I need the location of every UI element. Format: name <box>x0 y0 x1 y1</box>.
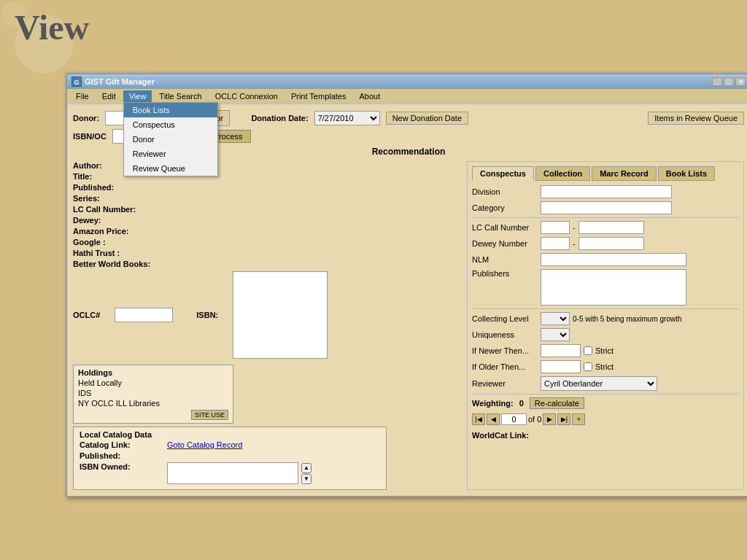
tab-conspectus[interactable]: Conspectus <box>472 166 534 181</box>
tab-book-lists[interactable]: Book Lists <box>658 166 715 181</box>
nav-next-button[interactable]: ▶ <box>543 413 556 425</box>
collecting-level-hint: 0-5 with 5 being maximum growth <box>573 315 682 323</box>
dropdown-booklists[interactable]: Book Lists <box>124 103 217 117</box>
title-bar: G GIST Gift Manager _ □ ✕ <box>67 74 747 89</box>
if-older-strict-label: Strict <box>595 362 614 371</box>
if-older-input[interactable] <box>541 360 581 373</box>
isbn-label: ISBN: <box>196 311 218 319</box>
menu-view[interactable]: View Book Lists Conspectus Donor Reviewe… <box>123 90 152 102</box>
division-input[interactable] <box>541 185 672 198</box>
google-label: Google : <box>73 238 160 246</box>
held-locally: Held Locally <box>78 378 228 387</box>
tab-marc-record[interactable]: Marc Record <box>592 166 657 181</box>
worldcat-row: WorldCat Link: <box>472 431 739 440</box>
dewey-input2[interactable] <box>578 237 644 250</box>
dash1: - <box>573 223 576 232</box>
items-review-queue-button[interactable]: Items in Review Queue <box>648 112 744 125</box>
dewey-label: Dewey: <box>73 216 160 225</box>
if-newer-strict-checkbox[interactable] <box>584 346 592 355</box>
publishers-label: Publishers <box>472 269 538 278</box>
ids-item: IDS <box>78 389 228 397</box>
dewey-input1[interactable] <box>541 237 570 250</box>
minimize-button[interactable]: _ <box>712 77 722 86</box>
division-label: Division <box>472 187 538 196</box>
dropdown-reviewqueue[interactable]: Review Queue <box>124 161 217 176</box>
view-dropdown: Book Lists Conspectus Donor Reviewer Rev… <box>123 102 218 176</box>
worldcat-label: WorldCat Link: <box>472 431 529 440</box>
menu-about[interactable]: About <box>353 90 386 102</box>
reviewer-select[interactable]: Cyril Oberlander <box>541 376 657 391</box>
close-button[interactable]: ✕ <box>735 77 746 86</box>
nav-first-button[interactable]: |◀ <box>472 413 485 425</box>
menu-edit[interactable]: Edit <box>96 90 122 102</box>
local-catalog-title: Local Catalog Data <box>80 430 380 439</box>
menu-printtemplates[interactable]: Print Templates <box>285 90 352 102</box>
better-world-label: Better World Books: <box>73 260 160 268</box>
local-catalog-box: Local Catalog Data Catalog Link: Goto Ca… <box>73 427 387 490</box>
goto-catalog-link[interactable]: Goto Catalog Record <box>167 440 242 449</box>
weighting-value: 0 <box>519 399 524 408</box>
lc-call-number-input1[interactable] <box>541 221 570 234</box>
new-donation-date-button[interactable]: New Donation Date <box>386 112 468 125</box>
right-panel: Conspectus Collection Marc Record Book L… <box>467 161 744 490</box>
reviewer-label: Reviewer <box>472 379 538 388</box>
dropdown-reviewer[interactable]: Reviewer <box>124 147 217 161</box>
hathi-trust-label: Hathi Trust : <box>73 249 160 257</box>
if-newer-label: If Newer Then... <box>472 346 538 355</box>
nav-controls: |◀ ◀ of 0 ▶ ▶| + <box>472 413 739 425</box>
lc-call-number-input2[interactable] <box>578 221 644 234</box>
isbn-oclc-label: ISBN/OC <box>73 132 107 141</box>
nav-page-input[interactable] <box>501 413 527 425</box>
dropdown-donor[interactable]: Donor <box>124 132 217 147</box>
donor-label: Donor: <box>73 114 99 122</box>
collecting-level-select[interactable] <box>541 312 570 325</box>
recalculate-button[interactable]: Re-calculate <box>530 397 584 409</box>
isbn-scroll-down[interactable]: ▼ <box>301 474 311 484</box>
menu-oclc[interactable]: OCLC Connexion <box>209 90 284 102</box>
nav-last-button[interactable]: ▶| <box>557 413 570 425</box>
nlm-input[interactable] <box>541 253 686 266</box>
if-newer-strict-label: Strict <box>595 346 614 355</box>
isbn-owned-textarea[interactable] <box>167 462 298 484</box>
isbn-owned-label: ISBN Owned: <box>80 462 167 471</box>
collecting-level-label: Collecting Level <box>472 314 538 323</box>
amazon-price-label: Amazon Price: <box>73 227 160 236</box>
category-input[interactable] <box>541 201 672 214</box>
donation-date-select[interactable]: 7/27/2010 <box>314 111 380 125</box>
app-window: G GIST Gift Manager _ □ ✕ File Edit View… <box>66 73 747 497</box>
published-label: Published: <box>73 183 160 192</box>
menu-bar: File Edit View Book Lists Conspectus Don… <box>67 89 747 104</box>
site-use-button[interactable]: SITE USE <box>191 410 228 420</box>
if-older-strict-checkbox[interactable] <box>584 362 592 371</box>
page-title: View <box>0 0 747 55</box>
app-title: GIST Gift Manager <box>85 77 155 86</box>
app-icon: G <box>71 77 82 87</box>
holdings-box: Holdings Held Locally IDS NY OCLC ILL Li… <box>73 365 233 424</box>
oclc-input[interactable] <box>115 308 173 322</box>
maximize-button[interactable]: □ <box>724 77 734 86</box>
holdings-title: Holdings <box>78 368 228 377</box>
menu-file[interactable]: File <box>70 90 95 102</box>
isbn-scroll-up[interactable]: ▲ <box>301 463 311 473</box>
if-newer-input[interactable] <box>541 344 581 357</box>
ny-oclc-item: NY OCLC ILL Libraries <box>78 399 228 408</box>
series-label: Series: <box>73 194 160 203</box>
publishers-textarea[interactable] <box>541 269 686 306</box>
nav-prev-button[interactable]: ◀ <box>487 413 500 425</box>
category-label: Category <box>472 203 538 212</box>
local-published-label: Published: <box>80 451 167 460</box>
tabs-row: Conspectus Collection Marc Record Book L… <box>472 166 739 181</box>
catalog-link-label: Catalog Link: <box>80 440 167 449</box>
nav-add-button[interactable]: + <box>572 413 585 425</box>
dropdown-conspectus[interactable]: Conspectus <box>124 117 217 132</box>
dash2: - <box>573 239 576 248</box>
weighting-label: Weighting: <box>472 399 514 408</box>
menu-titlesearch[interactable]: Title Search <box>153 90 207 102</box>
tab-collection[interactable]: Collection <box>535 166 590 181</box>
dewey-number-label: Dewey Number <box>472 239 538 248</box>
lc-call-number-label: LC Call Number: <box>73 205 160 214</box>
donation-date-label: Donation Date: <box>251 114 308 122</box>
isbn-image-box <box>233 271 328 359</box>
if-older-label: If Older Then... <box>472 362 538 371</box>
uniqueness-select[interactable] <box>541 328 570 341</box>
